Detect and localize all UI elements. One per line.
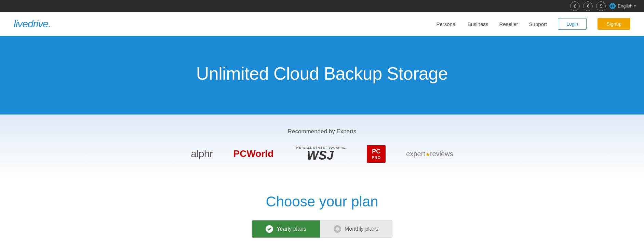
recommended-label: Recommended by Experts [14,128,630,135]
usd-currency-button[interactable]: $ [596,1,606,11]
language-label: English [618,3,632,9]
nav-business[interactable]: Business [468,21,488,27]
logo-dot: . [48,18,51,29]
yearly-plans-label: Yearly plans [277,226,306,232]
signup-button[interactable]: Signup [598,18,630,30]
plans-section: Choose your plan Yearly plans Monthly pl… [0,180,644,243]
logo-text: livedrive [14,18,48,29]
pcpro-sub-text: PRO [372,156,381,160]
wsj-logo: THE WALL STREET JOURNAL. WSJ [294,146,346,162]
navbar: livedrive. Personal Business Reseller Su… [0,12,644,36]
globe-icon: 🌐 [609,3,616,9]
pcworld-logo: PCWorld [233,148,274,159]
nav-support[interactable]: Support [529,21,547,27]
site-logo[interactable]: livedrive. [14,18,51,30]
expertreviews-logo: expert★reviews [406,150,453,158]
eur-currency-button[interactable]: € [583,1,593,11]
recommended-section: Recommended by Experts alphr PCWorld THE… [0,114,644,180]
yearly-check-icon [266,225,273,233]
yearly-plans-button[interactable]: Yearly plans [252,220,320,238]
top-bar: £ € $ 🌐 English ▾ [0,0,644,12]
plan-toggle: Yearly plans Monthly plans [252,220,392,238]
nav-personal[interactable]: Personal [436,21,456,27]
nav-links: Personal Business Reseller Support Login… [436,18,630,30]
checkmark-svg [267,227,272,231]
hero-title: Unlimited Cloud Backup Storage [14,63,630,84]
logos-row: alphr PCWorld THE WALL STREET JOURNAL. W… [14,145,630,163]
radio-inner [336,227,339,231]
gbp-currency-button[interactable]: £ [570,1,580,11]
pcpro-logo: PCPRO [367,145,386,163]
wsj-main-text: WSJ [307,149,334,162]
alphr-logo: alphr [191,148,213,160]
monthly-plans-label: Monthly plans [345,226,378,232]
star-icon: ★ [425,151,430,157]
monthly-radio-icon [334,225,341,233]
hero-section: Unlimited Cloud Backup Storage [0,36,644,114]
monthly-plans-button[interactable]: Monthly plans [320,220,392,238]
nav-reseller[interactable]: Reseller [499,21,518,27]
login-button[interactable]: Login [558,18,587,30]
choose-plan-title: Choose your plan [14,193,630,210]
chevron-down-icon: ▾ [634,4,636,8]
language-selector[interactable]: 🌐 English ▾ [609,3,636,9]
